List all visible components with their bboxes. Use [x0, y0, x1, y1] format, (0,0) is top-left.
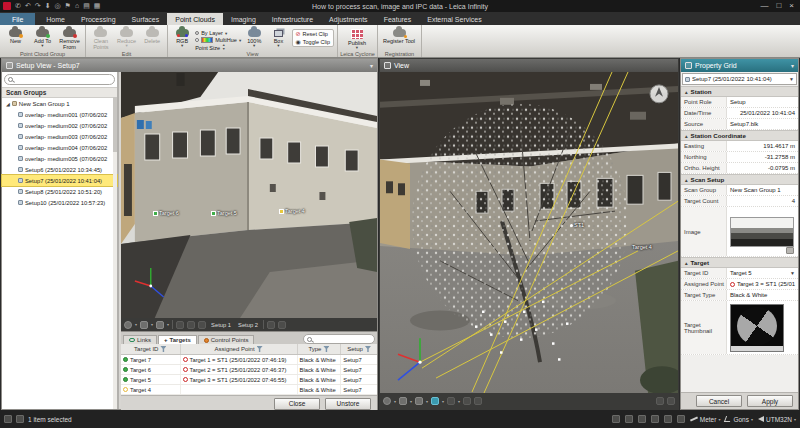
selected-object-dropdown[interactable]: Setup7 (25/01/2022 10:41:04) ▼ — [682, 73, 797, 85]
tab-adjustments[interactable]: Adjustments — [321, 13, 376, 25]
folder-icon[interactable] — [677, 415, 685, 423]
prop-target-id[interactable]: Target ID Target 5▼ — [681, 268, 798, 279]
table-row-target6[interactable]: Target 6 Target 2 = ST1 (25/01/2022 07:4… — [121, 365, 377, 375]
tab-processing[interactable]: Processing — [73, 13, 124, 25]
link-tool-icon[interactable] — [399, 397, 407, 405]
filter-icon[interactable] — [257, 346, 263, 352]
tab-infrastructure[interactable]: Infrastructure — [264, 13, 321, 25]
station-label[interactable]: ST1 — [570, 222, 584, 228]
point-size-spinner[interactable]: ▲▼ — [222, 44, 225, 51]
distance-unit-selector[interactable]: Meter▾ — [690, 416, 721, 423]
section-station[interactable]: ▴Station — [681, 86, 798, 97]
tab-imaging[interactable]: Imaging — [223, 13, 264, 25]
tab-home[interactable]: Home — [38, 13, 73, 25]
minimize-button[interactable]: — — [760, 1, 768, 11]
toggle-clip-button[interactable]: ◉ Toggle Clip — [296, 39, 330, 45]
point-cloud-canvas[interactable]: ST1 Target 4 — [380, 72, 678, 393]
filter-icon[interactable] — [323, 346, 329, 352]
cone-tool-icon[interactable] — [447, 397, 455, 405]
snap-icon[interactable]: ◎ — [55, 2, 61, 10]
tree-item-setup7-selected[interactable]: Setup7 (25/01/2022 10:41:04) — [2, 175, 117, 186]
pick-tool-icon[interactable] — [278, 321, 286, 329]
view-target-4-label[interactable]: Target 4 — [632, 244, 652, 250]
tab-targets[interactable]: + Targets — [158, 335, 197, 344]
reset-clip-button[interactable]: ⊘ Reset Clip — [296, 31, 330, 37]
tab-links[interactable]: Links — [123, 335, 157, 344]
section-station-coordinate[interactable]: ▴Station Coordinate — [681, 130, 798, 141]
zoom-100-button[interactable]: 100%▾ — [243, 27, 265, 49]
setup-photo-view[interactable]: Target 6 Target 5 Target 4 — [121, 72, 377, 318]
col-target-id[interactable]: Target ID — [121, 344, 181, 354]
pin-icon[interactable]: ▾ — [791, 62, 794, 69]
by-layer-option[interactable]: By Layer▾ — [195, 30, 241, 36]
view-mode-icon[interactable] — [124, 321, 132, 329]
tree-item-setup8[interactable]: Setup8 (25/01/2022 10:51:20) — [2, 186, 117, 197]
image-tool-icon[interactable] — [415, 397, 423, 405]
phone-icon[interactable]: ✆ — [15, 2, 21, 10]
tab-file[interactable]: File — [0, 13, 35, 25]
multihue-option[interactable]: MultiHue▾ — [195, 37, 241, 43]
tab-point-clouds[interactable]: Point Clouds — [167, 13, 223, 25]
new-point-cloud-button[interactable]: New — [3, 27, 28, 44]
prev-setup-icon[interactable] — [187, 321, 195, 329]
section-target[interactable]: ▴Target — [681, 257, 798, 268]
rgb-button[interactable]: RGB▾ — [171, 27, 193, 49]
point-size-control[interactable]: Point Size ▲▼ — [195, 44, 241, 51]
point-cloud-tool-icon[interactable] — [431, 397, 439, 405]
delete-button[interactable]: Delete — [140, 27, 164, 44]
report-icon[interactable]: ▤ — [83, 2, 90, 10]
table-row-target5[interactable]: Target 5 Target 3 = ST1 (25/01/2022 07:4… — [121, 375, 377, 385]
col-assigned-point[interactable]: Assigned Point — [181, 344, 298, 354]
target-tool-icon[interactable] — [176, 321, 184, 329]
angle-unit-selector[interactable]: Gons▾ — [725, 416, 753, 423]
col-type[interactable]: Type — [298, 344, 342, 354]
table-search[interactable] — [303, 334, 375, 344]
tree-item-setup10[interactable]: Setup10 (25/01/2022 10:57:23) — [2, 197, 117, 208]
apply-button[interactable]: Apply — [747, 395, 793, 407]
next-setup-icon[interactable] — [198, 321, 206, 329]
undo-icon[interactable]: ↶ — [25, 2, 31, 10]
tree-item-setup6[interactable]: Setup6 (25/01/2022 10:34:45) — [2, 164, 117, 175]
cancel-button[interactable]: Cancel — [696, 395, 742, 407]
add-to-button[interactable]: Add To▾ — [30, 27, 55, 49]
tab-external-services[interactable]: External Services — [419, 13, 489, 25]
pin-icon[interactable]: ▾ — [370, 62, 373, 69]
home-icon[interactable]: ⌂ — [75, 2, 79, 10]
box-clip-button[interactable]: Box▾ — [267, 27, 289, 49]
dock-right-icon[interactable] — [16, 415, 24, 423]
link-tool-icon[interactable] — [140, 321, 148, 329]
dock-left-icon[interactable] — [4, 415, 12, 423]
tree-scrollbar[interactable] — [113, 97, 117, 409]
target-thumbnail-image[interactable] — [730, 304, 784, 352]
clean-points-button[interactable]: Clean Points — [89, 27, 113, 50]
filter-icon[interactable] — [365, 346, 371, 352]
surface-tool-icon[interactable] — [463, 397, 471, 405]
flag-icon[interactable] — [664, 415, 672, 423]
redo-icon[interactable]: ↷ — [35, 2, 41, 10]
tree-item-overlap-medium001[interactable]: overlap- medium001 (07/06/202 — [2, 109, 117, 120]
save-icon[interactable]: ▦ — [94, 2, 101, 10]
close-button[interactable]: Close — [274, 398, 320, 410]
tree-item-overlap-medium004[interactable]: overlap- medium004 (07/06/202 — [2, 142, 117, 153]
snap-settings-icon[interactable] — [612, 415, 620, 423]
photo-target-6-label[interactable]: Target 6 — [153, 210, 179, 216]
tree-group-new-scan-group-1[interactable]: ◢ New Scan Group 1 — [2, 98, 117, 109]
table-search-input[interactable] — [314, 336, 371, 342]
tree-item-overlap-medium003[interactable]: overlap- medium003 (07/06/202 — [2, 131, 117, 142]
view-mode-icon[interactable] — [383, 397, 391, 405]
tree-item-overlap-medium002[interactable]: overlap- medium002 (07/06/202 — [2, 120, 117, 131]
col-setup[interactable]: Setup — [341, 344, 377, 354]
grid-tool-icon[interactable] — [474, 397, 482, 405]
tab-surfaces[interactable]: Surfaces — [124, 13, 168, 25]
filter-icon[interactable] — [160, 346, 166, 352]
tab-features[interactable]: Features — [376, 13, 420, 25]
tab-control-points[interactable]: Control Points — [198, 335, 255, 344]
maximize-button[interactable]: □ — [776, 1, 781, 11]
table-row-target4[interactable]: Target 4 Black & White Setup7 — [121, 385, 377, 395]
measure-tool-icon[interactable] — [267, 321, 275, 329]
image-tool-icon[interactable] — [156, 321, 164, 329]
register-tool-button[interactable]: Register Tool — [381, 27, 417, 44]
grid-settings-icon[interactable] — [638, 415, 646, 423]
section-scan-setup[interactable]: ▴Scan Setup — [681, 174, 798, 185]
photo-target-5-label[interactable]: Target 5 — [211, 210, 237, 216]
